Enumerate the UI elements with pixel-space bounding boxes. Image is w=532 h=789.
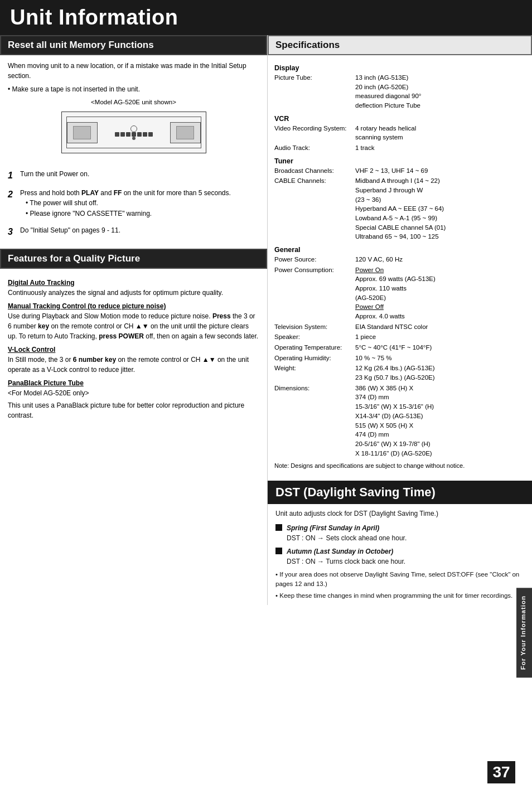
- spec-value-picture-tube: 13 inch (AG-513E) 20 inch (AG-520E) meas…: [355, 73, 525, 110]
- vcr-tape-right: [170, 122, 201, 143]
- spec-row-weight: Weight: 12 Kg (26.4 lbs.) (AG-513E) 23 K…: [274, 364, 525, 382]
- spec-label-weight: Weight:: [274, 364, 355, 382]
- features-section-header: Features for a Quality Picture: [0, 249, 267, 269]
- spec-power-on-label: Power On: [355, 267, 384, 273]
- feature-pbt-subtitle: <For Model AG-520E only>: [8, 388, 259, 398]
- spec-row-power-source: Power Source: 120 V AC, 60 Hz: [274, 255, 525, 264]
- dst-bullet-autumn: [275, 548, 282, 554]
- spec-label-cable: CABLE Channels:: [274, 176, 355, 241]
- vcr-circle: [130, 125, 137, 132]
- feature-mtc-key: key: [38, 322, 49, 330]
- spec-value-tv-system: EIA Standard NTSC color: [355, 322, 525, 332]
- spec-row-audio: Audio Track: 1 track: [274, 143, 525, 153]
- page-title: Unit Information: [0, 0, 532, 35]
- spec-cat-general: General: [274, 246, 525, 254]
- spec-value-broadcast: VHF 2 ~ 13, UHF 14 ~ 69: [355, 166, 525, 176]
- reset-section-header: Reset all unit Memory Functions: [0, 35, 267, 55]
- spec-label-op-humidity: Operating Humidity:: [274, 354, 355, 363]
- spec-label-power-consumption: Power Consumption:: [274, 265, 355, 321]
- spec-value-video: 4 rotary heads helicalscanning system: [355, 124, 525, 142]
- step-3: 3 Do "Initial Setup" on pages 9 - 11.: [8, 225, 259, 239]
- main-content: Reset all unit Memory Functions When mov…: [0, 35, 532, 605]
- spec-value-power-source: 120 V AC, 60 Hz: [355, 255, 525, 264]
- spec-value-dimensions: 386 (W) X 385 (H) X 374 (D) mm 15-3/16" …: [355, 384, 525, 458]
- step-1: 1 Turn the unit Power on.: [8, 169, 259, 182]
- spec-label-power-source: Power Source:: [274, 255, 355, 264]
- spec-row-dimensions: Dimensions: 386 (W) X 385 (H) X 374 (D) …: [274, 384, 525, 458]
- step-2-num: 2: [8, 188, 20, 219]
- spec-row-op-temp: Operating Temperature: 5°C ~ 40°C (41°F …: [274, 343, 525, 352]
- spec-row-picture-tube: Picture Tube: 13 inch (AG-513E) 20 inch …: [274, 73, 525, 110]
- dst-bullet-spring: [275, 524, 282, 531]
- step-2-ff: FF: [114, 189, 122, 197]
- feature-dat-text: Continuously analyzes the signal and adj…: [8, 288, 259, 298]
- dst-item-autumn-text: Autumn (Last Sunday in October) DST : ON…: [287, 546, 405, 567]
- vcr-btn-4: [132, 132, 136, 137]
- spec-value-weight: 12 Kg (26.4 lbs.) (AG-513E) 23 Kg (50.7 …: [355, 364, 525, 382]
- step-2: 2 Press and hold both PLAY and FF on the…: [8, 188, 259, 219]
- feature-vlc-6: 6 number key: [73, 356, 116, 364]
- vcr-dot: [132, 137, 136, 140]
- feature-mtc-power: press POWER: [99, 332, 144, 340]
- vcr-btn-1: [115, 132, 119, 137]
- feature-mtc-bold: Press: [212, 312, 231, 320]
- steps-section: 1 Turn the unit Power on. 2 Press and ho…: [0, 164, 267, 248]
- spec-row-power-consumption: Power Consumption: Power On Approx. 69 w…: [274, 265, 525, 321]
- feature-vlc-text: In Still mode, the 3 or 6 number key on …: [8, 355, 259, 375]
- spec-value-audio: 1 track: [355, 143, 525, 153]
- spec-row-tv-system: Television System: EIA Standard NTSC col…: [274, 322, 525, 332]
- step-1-num: 1: [8, 169, 20, 182]
- vcr-btn-2: [120, 132, 125, 137]
- dst-note-2: • Keep these time changes in mind when p…: [275, 591, 524, 601]
- page-number: 37: [487, 761, 515, 783]
- step-3-num: 3: [8, 225, 20, 239]
- spec-label-tv-system: Television System:: [274, 322, 355, 332]
- dst-section: DST (Daylight Saving Time) Unit auto adj…: [268, 481, 532, 606]
- feature-mtc-text: Use during Playback and Slow Motion mode…: [8, 311, 259, 341]
- spec-cat-display: Display: [274, 64, 525, 72]
- spec-value-op-temp: 5°C ~ 40°C (41°F ~ 104°F): [355, 343, 525, 352]
- dst-note-1: • If your area does not observe Daylight…: [275, 570, 524, 589]
- spec-cat-vcr: VCR: [274, 115, 525, 123]
- reset-para1: When moving unit to a new location, or i…: [8, 61, 259, 81]
- spec-value-power-consumption: Power On Approx. 69 watts (AG-513E) Appr…: [355, 265, 525, 321]
- sidebar-tab: For Your Information: [516, 588, 532, 677]
- vcr-tape-left: [67, 122, 98, 143]
- vcr-buttons: [115, 132, 153, 137]
- vcr-btn-7: [148, 132, 153, 137]
- spec-label-broadcast: Broadcast Channels:: [274, 166, 355, 176]
- spec-row-speaker: Speaker: 1 piece: [274, 332, 525, 342]
- dst-item-spring-text: Spring (First Sunday in April) DST : ON …: [287, 523, 407, 543]
- spec-row-video: Video Recording System: 4 rotary heads h…: [274, 124, 525, 142]
- reset-para2: • Make sure a tape is not inserted in th…: [8, 84, 259, 94]
- dst-spring-title: Spring (First Sunday in April): [287, 524, 379, 532]
- dst-header: DST (Daylight Saving Time): [268, 481, 532, 504]
- spec-value-op-humidity: 10 % ~ 75 %: [355, 354, 525, 363]
- dst-item-autumn: Autumn (Last Sunday in October) DST : ON…: [275, 546, 524, 567]
- spec-cat-tuner: Tuner: [274, 157, 525, 165]
- feature-pbt-text: This unit uses a PanaBlack picture tube …: [8, 400, 259, 420]
- features-section-body: Digital Auto Tracking Continuously analy…: [0, 269, 267, 428]
- specifications-header: Specifications: [268, 35, 532, 55]
- dst-content: Unit auto adjusts clock for DST (Dayligh…: [268, 504, 532, 606]
- feature-dat-title: Digital Auto Tracking: [8, 279, 259, 287]
- step-2-sub: • The power will shut off. • Please igno…: [26, 198, 231, 219]
- vcr-inner: [66, 117, 201, 148]
- spec-label-video: Video Recording System:: [274, 124, 355, 142]
- step-2-content: Press and hold both PLAY and FF on the u…: [20, 188, 231, 219]
- reset-section-body: When moving unit to a new location, or i…: [0, 55, 267, 164]
- right-column: Specifications Display Picture Tube: 13 …: [268, 35, 532, 605]
- feature-vlc-title: V-Lock Control: [8, 346, 259, 354]
- spec-power-off-label: Power Off: [355, 303, 384, 310]
- spec-row-broadcast: Broadcast Channels: VHF 2 ~ 13, UHF 14 ~…: [274, 166, 525, 176]
- spec-row-cable: CABLE Channels: Midband A through I (14 …: [274, 176, 525, 241]
- dst-autumn-title: Autumn (Last Sunday in October): [287, 548, 393, 555]
- spec-label-speaker: Speaker:: [274, 332, 355, 342]
- feature-mtc-title: Manual Tracking Control (to reduce pictu…: [8, 302, 259, 310]
- vcr-mid: [98, 117, 170, 148]
- left-column: Reset all unit Memory Functions When mov…: [0, 35, 268, 605]
- spec-row-op-humidity: Operating Humidity: 10 % ~ 75 %: [274, 354, 525, 363]
- dst-intro: Unit auto adjusts clock for DST (Dayligh…: [275, 509, 524, 519]
- spec-label-op-temp: Operating Temperature:: [274, 343, 355, 352]
- dst-item-spring: Spring (First Sunday in April) DST : ON …: [275, 523, 524, 543]
